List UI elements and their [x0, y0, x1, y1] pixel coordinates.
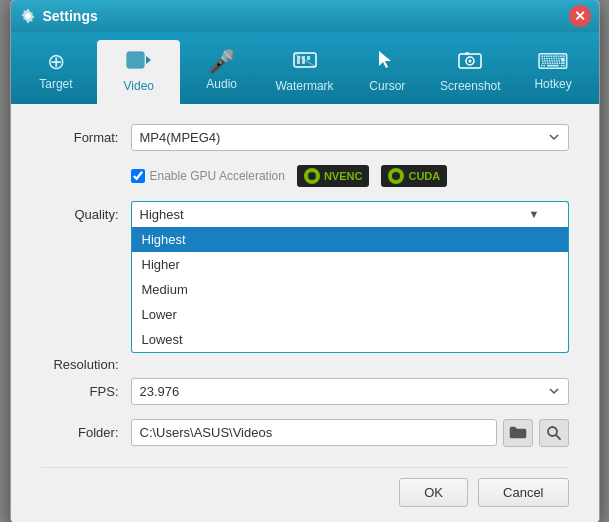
folder-icon	[509, 425, 527, 441]
tab-watermark[interactable]: Watermark	[263, 40, 346, 104]
ok-button[interactable]: OK	[399, 478, 468, 507]
tab-video-label: Video	[124, 79, 154, 93]
cuda-dot	[388, 168, 404, 184]
svg-rect-2	[127, 52, 144, 68]
format-label: Format:	[41, 130, 131, 145]
tab-target[interactable]: ⊕ Target	[15, 40, 98, 104]
folder-search-button[interactable]	[539, 419, 569, 447]
tab-audio[interactable]: 🎤 Audio	[180, 40, 263, 104]
svg-point-12	[469, 59, 472, 62]
settings-title-icon	[19, 7, 37, 25]
quality-option-medium[interactable]: Medium	[132, 277, 568, 302]
quality-option-lower[interactable]: Lower	[132, 302, 568, 327]
quality-option-highest[interactable]: Highest	[132, 227, 568, 252]
content-area: Format: MP4(MPEG4) AVI MOV FLV MKV Enabl…	[11, 104, 599, 523]
cuda-label: CUDA	[408, 170, 440, 182]
format-row: Format: MP4(MPEG4) AVI MOV FLV MKV	[41, 124, 569, 151]
svg-rect-13	[465, 52, 469, 55]
video-icon	[126, 49, 152, 75]
audio-icon: 🎤	[208, 51, 235, 73]
quality-control: Highest ▼ Highest Higher Medium Lower Lo…	[131, 201, 569, 353]
tab-audio-label: Audio	[206, 77, 237, 91]
svg-marker-3	[146, 56, 151, 64]
fps-label: FPS:	[41, 384, 131, 399]
quality-row: Quality: Highest ▼ Highest Higher Medium…	[41, 201, 569, 353]
tab-screenshot[interactable]: Screenshot	[429, 40, 512, 104]
tab-target-label: Target	[39, 77, 72, 91]
quality-select-display[interactable]: Highest ▼	[131, 201, 569, 227]
quality-option-lowest[interactable]: Lowest	[132, 327, 568, 352]
folder-control	[131, 419, 569, 447]
quality-dropdown: Highest Higher Medium Lower Lowest	[131, 227, 569, 353]
svg-rect-7	[307, 56, 310, 60]
cursor-icon	[376, 49, 398, 75]
quality-dropdown-arrow: ▼	[529, 208, 540, 220]
quality-option-higher[interactable]: Higher	[132, 252, 568, 277]
cancel-button[interactable]: Cancel	[478, 478, 568, 507]
title-bar: Settings ✕	[11, 0, 599, 32]
svg-line-15	[556, 435, 560, 439]
gpu-label-text: Enable GPU Acceleration	[150, 169, 285, 183]
folder-browse-button[interactable]	[503, 419, 533, 447]
gpu-checkbox-label[interactable]: Enable GPU Acceleration	[131, 169, 285, 183]
fps-row: FPS: 23.976 24 25 29.97 30 60	[41, 378, 569, 405]
dialog-title: Settings	[43, 8, 98, 24]
quality-selected-value: Highest	[140, 207, 184, 222]
title-bar-left: Settings	[19, 7, 98, 25]
tab-screenshot-label: Screenshot	[440, 79, 501, 93]
svg-marker-9	[379, 51, 391, 68]
svg-rect-5	[297, 56, 300, 64]
folder-row: Folder:	[41, 419, 569, 447]
hotkey-icon: ⌨	[537, 51, 569, 73]
tab-watermark-label: Watermark	[275, 79, 333, 93]
tab-bar: ⊕ Target Video 🎤 Audio	[11, 32, 599, 104]
nvenc-badge: NVENC	[297, 165, 370, 187]
gpu-row: Enable GPU Acceleration NVENC CUDA	[131, 165, 569, 187]
tab-hotkey-label: Hotkey	[534, 77, 571, 91]
close-button[interactable]: ✕	[569, 5, 591, 27]
resolution-row: Resolution:	[41, 357, 569, 372]
tab-cursor-label: Cursor	[369, 79, 405, 93]
format-control: MP4(MPEG4) AVI MOV FLV MKV	[131, 124, 569, 151]
tab-cursor[interactable]: Cursor	[346, 40, 429, 104]
cuda-badge: CUDA	[381, 165, 447, 187]
folder-label: Folder:	[41, 425, 131, 440]
format-select[interactable]: MP4(MPEG4) AVI MOV FLV MKV	[131, 124, 569, 151]
nvenc-dot	[304, 168, 320, 184]
target-icon: ⊕	[47, 51, 65, 73]
nvenc-label: NVENC	[324, 170, 363, 182]
tab-video[interactable]: Video	[97, 40, 180, 104]
quality-label: Quality:	[41, 201, 131, 222]
search-icon	[546, 425, 562, 441]
button-row: OK Cancel	[41, 467, 569, 507]
folder-input[interactable]	[131, 419, 497, 446]
fps-control: 23.976 24 25 29.97 30 60	[131, 378, 569, 405]
tab-hotkey[interactable]: ⌨ Hotkey	[512, 40, 595, 104]
gpu-checkbox[interactable]	[131, 169, 145, 183]
fps-select[interactable]: 23.976 24 25 29.97 30 60	[131, 378, 569, 405]
resolution-label: Resolution:	[41, 357, 131, 372]
screenshot-icon	[457, 49, 483, 75]
watermark-icon	[292, 49, 318, 75]
folder-input-row	[131, 419, 569, 447]
settings-dialog: Settings ✕ ⊕ Target Video 🎤 Audio	[10, 0, 600, 522]
